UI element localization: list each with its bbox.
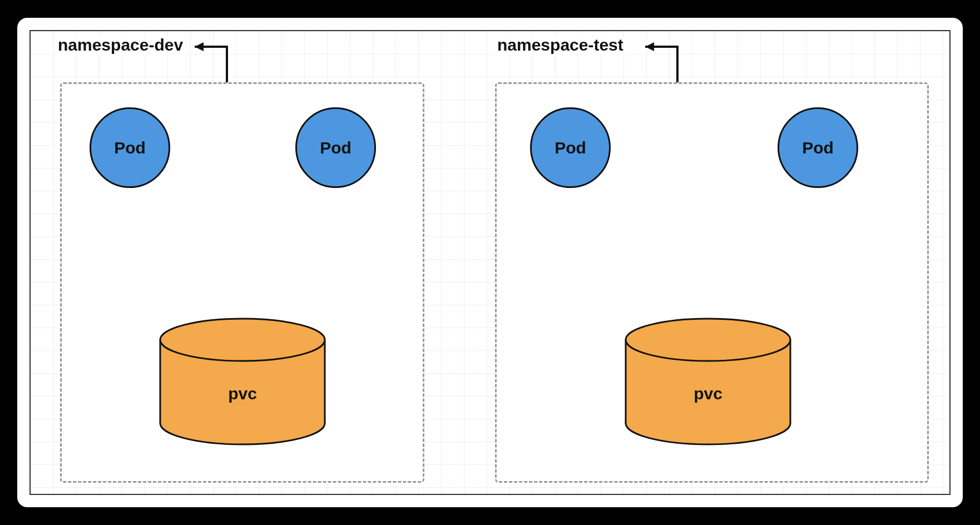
pod-circle: Pod [90, 107, 170, 188]
arrow-to-test-box [645, 38, 690, 82]
pvc-cylinder: pvc [159, 318, 326, 445]
pvc-cylinder: pvc [625, 318, 791, 445]
diagram-card: namespace-dev Pod Pod [17, 18, 963, 507]
arrow-to-dev-box [195, 38, 239, 82]
namespace-dev-box: Pod Pod pvc [60, 82, 424, 483]
diagram-canvas: namespace-dev Pod Pod [29, 30, 951, 495]
pod-label: Pod [802, 138, 834, 157]
pod-label: Pod [555, 138, 586, 157]
pod-circle: Pod [295, 107, 376, 188]
namespace-test-box: Pod Pod pvc [495, 82, 929, 483]
namespace-test-label: namespace-test [495, 36, 626, 55]
pod-label: Pod [114, 138, 146, 157]
pvc-label: pvc [159, 384, 326, 403]
pod-label: Pod [320, 138, 352, 157]
pod-circle: Pod [778, 107, 858, 188]
pod-circle: Pod [530, 107, 611, 188]
svg-point-9 [626, 319, 790, 361]
namespace-dev-label: namespace-dev [56, 36, 185, 55]
svg-point-4 [160, 319, 325, 361]
pvc-label: pvc [625, 384, 791, 403]
